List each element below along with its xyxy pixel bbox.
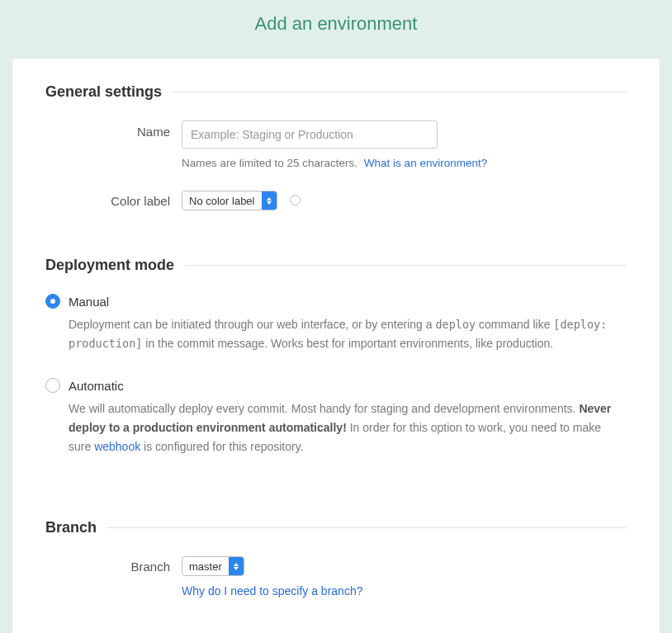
radio-button-icon [45, 378, 60, 393]
color-swatch-preview [290, 195, 301, 205]
page-title: Add an environment [0, 0, 672, 58]
color-label-select-value: No color label [182, 191, 262, 210]
name-help-row: Names are limited to 25 characters. What… [182, 157, 627, 169]
section-header-deployment: Deployment mode [45, 257, 627, 274]
radio-label-automatic: Automatic [69, 379, 124, 393]
radio-desc-manual: Deployment can be initiated through our … [69, 315, 627, 353]
select-arrows-icon [262, 191, 277, 210]
section-rule [106, 527, 627, 528]
label-branch: Branch [45, 560, 182, 574]
label-name: Name [45, 120, 182, 139]
radio-desc-automatic: We will automatically deploy every commi… [69, 399, 627, 456]
label-color: Color label [45, 194, 182, 208]
section-header-branch: Branch [45, 519, 627, 536]
form-row-color: Color label No color label [45, 191, 627, 210]
section-rule [172, 92, 627, 92]
section-header-general: General settings [45, 83, 627, 101]
radio-block-manual: Manual Deployment can be initiated throu… [45, 294, 627, 353]
radio-automatic[interactable]: Automatic [45, 378, 627, 393]
radio-button-icon [45, 294, 60, 309]
section-rule [184, 265, 627, 266]
what-is-environment-link[interactable]: What is an environment? [364, 157, 487, 169]
form-row-name: Name [45, 120, 627, 149]
why-specify-branch-link[interactable]: Why do I need to specify a branch? [182, 584, 362, 598]
webhook-link[interactable]: webhook [94, 440, 140, 453]
color-label-select[interactable]: No color label [182, 191, 277, 210]
section-title-branch: Branch [45, 519, 97, 536]
section-title-deployment: Deployment mode [45, 257, 174, 274]
name-help-text: Names are limited to 25 characters. [182, 157, 357, 169]
radio-block-automatic: Automatic We will automatically deploy e… [45, 378, 627, 456]
name-input[interactable] [182, 120, 438, 149]
form-row-branch: Branch master [45, 556, 627, 576]
section-title-general: General settings [45, 83, 162, 101]
select-arrows-icon [229, 557, 244, 575]
main-panel: General settings Name Names are limited … [12, 58, 660, 633]
radio-label-manual: Manual [69, 295, 109, 309]
branch-select-value: master [182, 557, 229, 575]
branch-select[interactable]: master [182, 556, 244, 576]
radio-manual[interactable]: Manual [45, 294, 627, 309]
